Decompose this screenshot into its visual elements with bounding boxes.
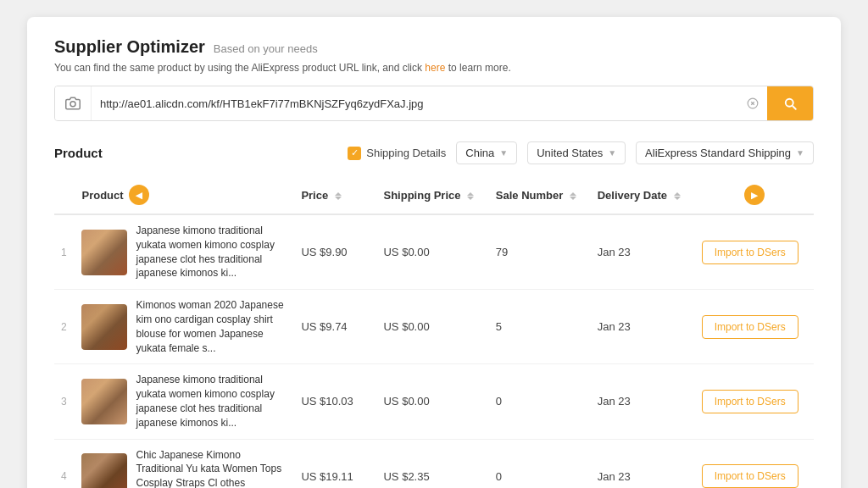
product-name: Kimonos woman 2020 Japanese kim ono card… [136,298,287,355]
delivery-date: Jan 23 [591,214,695,290]
shipping-details-label: Shipping Details [366,147,446,159]
search-button[interactable] [767,86,813,120]
shipping-price: US $2.35 [376,439,488,488]
table-row: 4 Chic Japanese Kimono Traditional Yu ka… [54,439,814,488]
product-price: US $9.90 [294,214,376,290]
checkbox-checked-icon: ✓ [348,147,361,160]
row-num: 3 [54,364,75,439]
table-row: 2 Kimonos woman 2020 Japanese kim ono ca… [54,290,814,364]
sale-number: 0 [489,439,591,488]
table-row: 3 Japanese kimono traditional yukata wom… [54,364,814,439]
table-header-row: Product ◀ Price Shipping Price [54,176,814,214]
delivery-date: Jan 23 [591,290,695,364]
section-title: Product [54,146,103,160]
product-price: US $19.11 [294,439,376,488]
import-to-dsers-button[interactable]: Import to DSers [702,390,798,413]
camera-icon [65,96,81,111]
product-price: US $9.74 [294,290,376,364]
product-image [81,379,127,424]
app-subtitle: Based on your needs [214,42,318,55]
products-table: Product ◀ Price Shipping Price [54,176,814,488]
chevron-down-icon: ▼ [608,148,616,158]
delivery-date: Jan 23 [591,364,695,439]
th-num [54,176,75,214]
product-cell: Chic Japanese Kimono Traditional Yu kata… [75,439,294,488]
main-container: Supplier Optimizer Based on your needs Y… [27,17,841,488]
chevron-down-icon: ▼ [499,148,508,158]
header-section: Supplier Optimizer Based on your needs Y… [54,37,814,74]
import-to-dsers-button[interactable]: Import to DSers [702,464,798,488]
chevron-down-icon: ▼ [796,148,804,158]
import-to-dsers-button[interactable]: Import to DSers [702,315,798,339]
th-shipping-price: Shipping Price [376,176,488,214]
th-price: Price [294,176,376,214]
sale-sort-icon[interactable] [570,192,576,200]
app-title: Supplier Optimizer [54,37,205,57]
product-image [81,453,127,488]
import-action: Import to DSers [695,439,814,488]
import-action: Import to DSers [695,290,814,364]
shipping-price: US $0.00 [376,364,488,439]
sale-number: 0 [489,364,591,439]
th-product: Product ◀ [75,176,294,214]
search-icon [782,96,798,111]
clear-icon[interactable] [738,97,767,109]
sale-number: 79 [489,214,591,290]
product-cell: Japanese kimono traditional yukata women… [75,214,294,290]
destination-value: United States [537,147,603,159]
section-controls: Product ✓ Shipping Details China ▼ Unite… [54,141,814,164]
delivery-date: Jan 23 [591,439,695,488]
table-body: 1 Japanese kimono traditional yukata wom… [54,214,814,488]
svg-point-0 [70,102,75,107]
product-price: US $10.03 [294,364,376,439]
product-cell: Kimonos woman 2020 Japanese kim ono card… [75,290,294,364]
table-row: 1 Japanese kimono traditional yukata wom… [54,214,814,290]
next-col-arrow[interactable]: ▶ [744,185,765,205]
title-row: Supplier Optimizer Based on your needs [54,37,814,57]
shipping-details-toggle[interactable]: ✓ Shipping Details [348,147,446,160]
import-action: Import to DSers [695,214,814,290]
row-num: 4 [54,439,75,488]
shipping-sort-icon[interactable] [467,192,474,200]
row-num: 2 [54,290,75,364]
import-to-dsers-button[interactable]: Import to DSers [702,241,798,264]
delivery-sort-icon[interactable] [674,192,681,200]
shipping-price: US $0.00 [376,214,488,290]
shipping-method-value: AliExpress Standard Shipping [645,147,791,159]
row-num: 1 [54,214,75,290]
url-search-input[interactable] [92,86,738,120]
shipping-method-dropdown[interactable]: AliExpress Standard Shipping ▼ [636,141,814,164]
price-sort-icon[interactable] [335,192,342,200]
description: You can find the same product by using t… [54,62,814,74]
import-action: Import to DSers [695,364,814,439]
product-image [81,230,127,275]
origin-value: China [465,147,494,159]
th-sale-number: Sale Number [489,176,591,214]
product-name: Japanese kimono traditional yukata women… [136,373,287,430]
product-cell: Japanese kimono traditional yukata women… [75,364,294,439]
shipping-price: US $0.00 [376,290,488,364]
learn-more-link[interactable]: here [425,62,445,74]
product-name: Chic Japanese Kimono Traditional Yu kata… [136,448,287,488]
sale-number: 5 [489,290,591,364]
destination-dropdown[interactable]: United States ▼ [527,141,626,164]
th-action: ▶ [695,176,814,214]
search-bar [54,86,814,121]
origin-dropdown[interactable]: China ▼ [456,141,517,164]
prev-col-arrow[interactable]: ◀ [129,185,149,205]
th-delivery-date: Delivery Date [591,176,695,214]
product-image [81,304,127,350]
product-section: Product ✓ Shipping Details China ▼ Unite… [54,141,814,488]
camera-icon-area [55,86,92,120]
product-name: Japanese kimono traditional yukata women… [136,224,287,280]
